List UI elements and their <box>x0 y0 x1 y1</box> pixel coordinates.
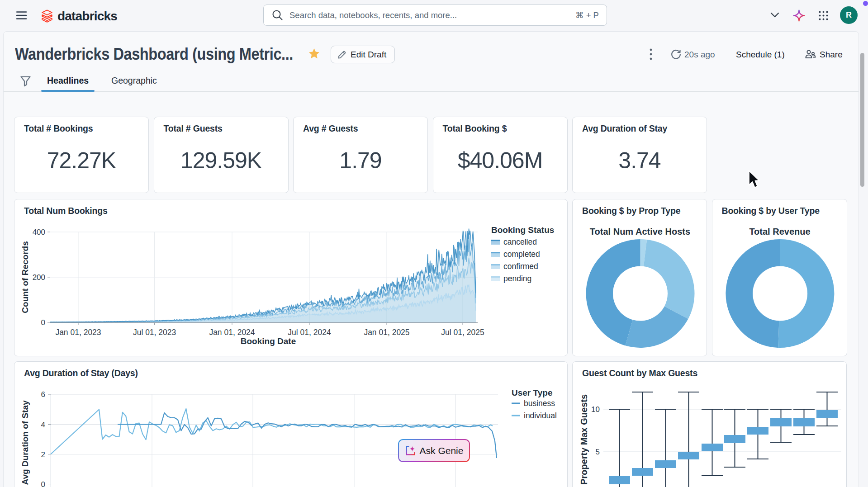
svg-text:Jul 01, 2025: Jul 01, 2025 <box>441 328 484 337</box>
svg-text:0: 0 <box>41 318 45 327</box>
svg-text:confirmed: confirmed <box>503 262 538 271</box>
svg-text:Jan 01, 2025: Jan 01, 2025 <box>364 328 409 337</box>
svg-text:Count of Records: Count of Records <box>20 241 30 313</box>
svg-text:6: 6 <box>41 390 45 399</box>
svg-text:Jan 01, 2024: Jan 01, 2024 <box>209 328 255 337</box>
svg-text:Booking Status: Booking Status <box>491 225 554 235</box>
svg-text:200: 200 <box>33 273 45 282</box>
svg-text:Jul 01, 2023: Jul 01, 2023 <box>133 328 176 337</box>
svg-text:Avg Duration of Stay: Avg Duration of Stay <box>20 400 30 485</box>
svg-text:Property Max Guests: Property Max Guests <box>579 394 589 485</box>
svg-text:Booking Date: Booking Date <box>241 336 296 346</box>
svg-text:User Type: User Type <box>512 388 552 397</box>
svg-text:0: 0 <box>41 480 45 487</box>
svg-text:Jan 01, 2023: Jan 01, 2023 <box>55 328 101 337</box>
svg-text:cancelled: cancelled <box>503 237 537 246</box>
svg-text:2: 2 <box>41 450 45 459</box>
svg-text:Jul 01, 2024: Jul 01, 2024 <box>288 328 331 337</box>
svg-text:business: business <box>524 399 555 408</box>
svg-text:4: 4 <box>41 421 45 429</box>
svg-text:10: 10 <box>591 405 600 414</box>
svg-text:completed: completed <box>503 250 540 259</box>
svg-text:400: 400 <box>33 228 45 236</box>
svg-text:individual: individual <box>524 411 557 420</box>
svg-text:pending: pending <box>503 274 531 283</box>
svg-text:5: 5 <box>596 448 600 456</box>
